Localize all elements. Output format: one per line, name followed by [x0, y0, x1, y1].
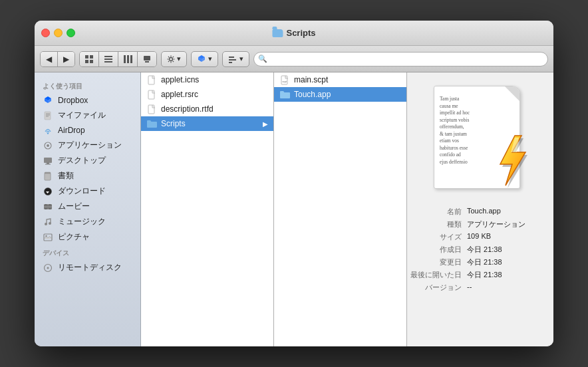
view-buttons [79, 51, 157, 67]
info-value: 109 KB [467, 232, 533, 242]
sidebar-item-movies[interactable]: ムービー [35, 199, 140, 214]
svg-point-29 [47, 144, 49, 147]
action-chevron: ▾ [177, 55, 181, 63]
share-button[interactable]: ▾ [191, 51, 218, 67]
myfile-icon [43, 110, 53, 121]
music-icon [43, 217, 53, 227]
svg-rect-9 [130, 55, 132, 63]
filename: Touch.app [294, 90, 331, 99]
dropbox-sidebar-icon [43, 95, 53, 106]
view-cover-button[interactable] [138, 52, 156, 66]
grid-icon [84, 55, 94, 64]
file-item[interactable]: applet.icns [141, 72, 273, 87]
file-item[interactable]: applet.rsrc [141, 87, 273, 102]
view-list-button[interactable] [99, 52, 118, 66]
svg-point-49 [47, 267, 49, 269]
info-value: -- [467, 283, 533, 293]
sidebar-item-desktop[interactable]: デスクトップ [35, 153, 140, 168]
downloads-icon [43, 186, 53, 197]
favorites-label: よく使う項目 [35, 78, 140, 93]
arrange-icon [228, 55, 237, 64]
file-item-scripts[interactable]: Scripts ▶ [141, 116, 273, 131]
arrange-button[interactable]: ▾ [222, 51, 249, 67]
svg-rect-3 [90, 60, 93, 63]
cover-icon [142, 55, 152, 64]
action-button[interactable]: ▾ [161, 51, 187, 67]
applications-icon [43, 140, 53, 151]
preview-pane: Tam justacausa meimpellit ad hocscriptum… [407, 72, 553, 346]
info-label: 名前 [408, 207, 462, 217]
sidebar-item-dropbox[interactable]: Dropbox [35, 93, 140, 108]
info-label: 最後に開いた日 [408, 270, 462, 280]
sidebar-item-pictures[interactable]: ピクチャ [35, 229, 140, 245]
view-grid-button[interactable] [80, 52, 99, 66]
info-row-modified: 変更日 今日 21:38 [420, 256, 540, 269]
forward-button[interactable]: ▶ [58, 52, 74, 66]
file-item[interactable]: description.rtfd [141, 102, 273, 116]
lightning-overlay [487, 132, 533, 189]
gear-icon [167, 55, 175, 63]
svg-rect-23 [45, 112, 51, 120]
info-label: 変更日 [408, 257, 462, 267]
svg-rect-6 [104, 61, 112, 62]
file-doc-icon [146, 74, 157, 85]
info-label: 作成日 [408, 245, 462, 255]
info-row-kind: 種類 アプリケーション [420, 218, 540, 231]
info-label: 種類 [408, 219, 462, 229]
sidebar-item-applications[interactable]: アプリケーション [35, 138, 140, 153]
folder-icon [146, 118, 157, 129]
traffic-lights [41, 29, 75, 37]
info-value: 今日 21:38 [467, 245, 533, 255]
minimize-button[interactable] [54, 29, 63, 37]
search-input[interactable] [253, 52, 548, 66]
search-wrap: 🔍 [253, 52, 548, 66]
info-table: 名前 Touch.app 種類 アプリケーション サイズ 109 KB 作成日 … [420, 205, 540, 294]
maximize-button[interactable] [67, 29, 75, 37]
dropbox-icon [197, 55, 206, 64]
file-columns: applet.icns applet.rsrc description.rtfd [141, 72, 553, 346]
share-chevron: ▾ [208, 55, 212, 63]
svg-rect-43 [49, 208, 51, 209]
svg-rect-41 [49, 204, 51, 205]
file-item-touch-app[interactable]: Touch.app [274, 87, 406, 102]
svg-rect-5 [104, 59, 112, 60]
svg-rect-7 [124, 55, 126, 63]
sidebar-item-myfile[interactable]: マイファイル [35, 108, 140, 123]
folder-arrow: ▶ [263, 120, 268, 128]
svg-point-44 [45, 223, 47, 225]
sidebar-item-label: ピクチャ [58, 231, 90, 243]
file-column-1: applet.icns applet.rsrc description.rtfd [141, 72, 274, 346]
svg-rect-2 [85, 60, 88, 63]
close-button[interactable] [41, 29, 50, 37]
sidebar-item-documents[interactable]: 書類 [35, 168, 140, 184]
svg-rect-34 [45, 174, 51, 180]
sidebar-item-downloads[interactable]: ダウンロード [35, 184, 140, 199]
file-doc-icon [146, 89, 157, 100]
sidebar-item-label: AirDrop [58, 126, 85, 135]
app-folder-icon [279, 89, 290, 100]
window-title: Scripts [272, 28, 315, 38]
finder-window: Scripts ◀ ▶ [35, 21, 553, 346]
sidebar-item-label: デスクトップ [58, 155, 106, 166]
pictures-icon [43, 232, 53, 243]
info-row-name: 名前 Touch.app [420, 205, 540, 218]
file-item-main-scpt[interactable]: scpt main.scpt [274, 72, 406, 87]
file-doc-icon [146, 104, 157, 114]
svg-point-12 [170, 57, 173, 61]
svg-text:scpt: scpt [282, 80, 286, 83]
titlebar: Scripts [35, 21, 553, 46]
view-col-button[interactable] [118, 52, 138, 66]
info-value: Touch.app [467, 207, 533, 217]
sidebar: よく使う項目 Dropbox マイファイル [35, 72, 141, 346]
info-label: サイズ [408, 232, 462, 242]
documents-icon [43, 171, 53, 182]
toolbar: ◀ ▶ [35, 46, 553, 72]
back-button[interactable]: ◀ [41, 52, 58, 66]
svg-rect-1 [90, 55, 93, 59]
info-value: 今日 21:38 [467, 270, 533, 280]
sidebar-item-remote-disk[interactable]: リモートディスク [35, 260, 140, 275]
column-icon [123, 55, 132, 64]
sidebar-item-music[interactable]: ミュージック [35, 214, 140, 229]
sidebar-item-airdrop[interactable]: AirDrop [35, 123, 140, 138]
filename: description.rtfd [161, 104, 214, 114]
